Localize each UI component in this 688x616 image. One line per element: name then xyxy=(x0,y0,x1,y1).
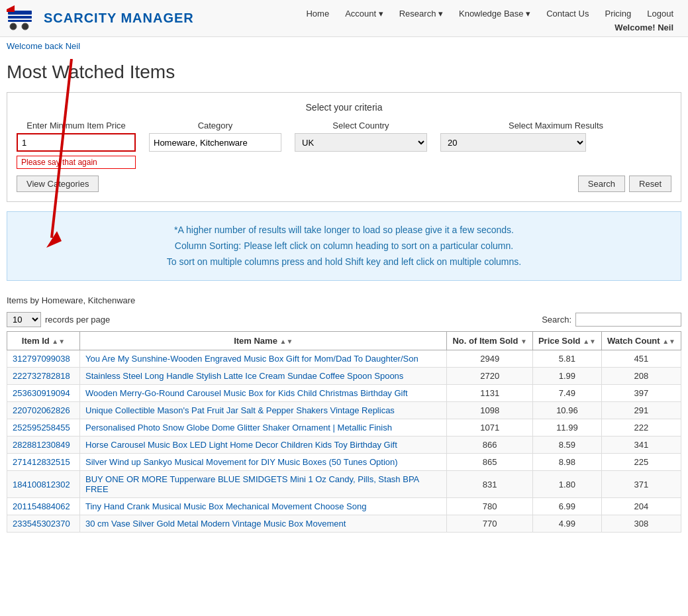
table-search-input[interactable] xyxy=(575,313,681,327)
country-label: Select Country xyxy=(295,121,427,130)
item-name-link[interactable]: Stainless Steel Long Handle Stylish Latt… xyxy=(85,371,403,381)
col-header-price[interactable]: Price Sold ▲▼ xyxy=(532,332,601,350)
item-id-link[interactable]: 222732782818 xyxy=(13,371,70,381)
item-name-link[interactable]: Horse Carousel Music Box LED Light Home … xyxy=(85,440,397,450)
cell-watch: 308 xyxy=(601,515,681,533)
nav-logout[interactable]: Logout xyxy=(639,5,681,23)
table-row: 233545302370 30 cm Vase Silver Gold Meta… xyxy=(7,515,681,533)
table-row: 253630919094 Wooden Merry-Go-Round Carou… xyxy=(7,385,681,402)
table-row: 271412832515 Silver Wind up Sankyo Music… xyxy=(7,454,681,471)
nav-knowledge-base[interactable]: Knowledge Base ▾ xyxy=(451,5,538,23)
table-row: 312797099038 You Are My Sunshine-Wooden … xyxy=(7,350,681,368)
item-id-link[interactable]: 252595258455 xyxy=(13,423,70,433)
category-field: Category xyxy=(149,121,281,152)
nav-account[interactable]: Account ▾ xyxy=(337,5,391,23)
cell-sold: 831 xyxy=(447,471,532,498)
cell-price: 4.99 xyxy=(532,515,601,533)
item-id-link[interactable]: 233545302370 xyxy=(13,519,70,529)
welcome-label: Welcome! xyxy=(614,23,655,32)
cell-item-id: 252595258455 xyxy=(7,419,80,436)
nav-welcome: Welcome! Neil xyxy=(614,23,681,32)
item-id-link[interactable]: 201154884062 xyxy=(13,501,70,511)
view-categories-area: View Categories xyxy=(17,176,99,192)
col-header-item-id[interactable]: Item Id ▲▼ xyxy=(7,332,80,350)
col-header-watch[interactable]: Watch Count ▲▼ xyxy=(601,332,681,350)
nav-links: Home Account ▾ Research ▾ Knowledge Base… xyxy=(298,5,681,23)
item-id-link[interactable]: 271412832515 xyxy=(13,457,70,467)
cell-price: 5.81 xyxy=(532,350,601,368)
top-navigation: SCARCITY MANAGER Home Account ▾ Research… xyxy=(0,0,688,37)
table-row: 222732782818 Stainless Steel Long Handle… xyxy=(7,368,681,385)
cell-watch: 208 xyxy=(601,368,681,385)
cell-item-id: 184100812302 xyxy=(7,471,80,498)
table-row: 184100812302 BUY ONE OR MORE Tupperware … xyxy=(7,471,681,498)
item-name-link[interactable]: Personalised Photo Snow Globe Dome Glitt… xyxy=(85,423,392,433)
item-name-link[interactable]: 30 cm Vase Silver Gold Metal Modern Vint… xyxy=(85,519,346,529)
item-name-link[interactable]: Silver Wind up Sankyo Musical Movement f… xyxy=(85,457,398,467)
info-line1: *A higher number of results will take lo… xyxy=(18,223,670,238)
logo-icon xyxy=(7,5,38,32)
cell-item-id: 220702062826 xyxy=(7,402,80,419)
item-id-link[interactable]: 253630919094 xyxy=(13,388,70,398)
items-label: Items by Homeware, Kitchenware xyxy=(0,290,688,308)
nav-pricing[interactable]: Pricing xyxy=(597,5,639,23)
col-header-sold[interactable]: No. of Item Sold ▼ xyxy=(447,332,532,350)
item-id-link[interactable]: 282881230849 xyxy=(13,440,70,450)
per-page-area: 10 25 50 100 records per page xyxy=(7,312,110,327)
table-body: 312797099038 You Are My Sunshine-Wooden … xyxy=(7,350,681,533)
criteria-buttons: View Categories Search Reset xyxy=(17,176,671,192)
cell-sold: 1071 xyxy=(447,419,532,436)
cell-price: 11.99 xyxy=(532,419,601,436)
col-header-item-name[interactable]: Item Name ▲▼ xyxy=(80,332,447,350)
sort-arrows-id: ▲▼ xyxy=(52,338,65,345)
nav-home[interactable]: Home xyxy=(298,5,337,23)
cell-price: 1.99 xyxy=(532,368,601,385)
table-wrapper: Item Id ▲▼ Item Name ▲▼ No. of Item Sold… xyxy=(7,331,681,533)
criteria-box: Select your criteria Enter Minimum Item … xyxy=(7,92,681,202)
nav-research[interactable]: Research ▾ xyxy=(391,5,451,23)
item-name-link[interactable]: Wooden Merry-Go-Round Carousel Music Box… xyxy=(85,388,408,398)
cell-item-name: Stainless Steel Long Handle Stylish Latt… xyxy=(80,368,447,385)
max-results-label: Select Maximum Results xyxy=(440,121,671,130)
cell-sold: 1098 xyxy=(447,402,532,419)
country-select[interactable]: UK US AU CA DE FR xyxy=(295,133,427,152)
welcome-back-link[interactable]: Welcome back Neil xyxy=(7,41,80,51)
item-name-link[interactable]: Unique Collectible Mason's Pat Fruit Jar… xyxy=(85,405,395,415)
min-price-input[interactable] xyxy=(17,133,136,152)
cell-watch: 204 xyxy=(601,498,681,515)
item-name-link[interactable]: You Are My Sunshine-Wooden Engraved Musi… xyxy=(85,354,418,364)
cell-watch: 451 xyxy=(601,350,681,368)
cell-watch: 225 xyxy=(601,454,681,471)
per-page-label: records per page xyxy=(45,315,110,325)
category-input[interactable] xyxy=(149,133,281,152)
view-categories-button[interactable]: View Categories xyxy=(17,176,99,192)
item-id-link[interactable]: 312797099038 xyxy=(13,354,70,364)
info-line2: Column Sorting: Please left click on col… xyxy=(18,238,670,254)
data-table: Item Id ▲▼ Item Name ▲▼ No. of Item Sold… xyxy=(7,331,681,533)
cell-sold: 780 xyxy=(447,498,532,515)
cell-price: 8.59 xyxy=(532,436,601,454)
cell-item-name: Silver Wind up Sankyo Musical Movement f… xyxy=(80,454,447,471)
item-name-link[interactable]: BUY ONE OR MORE Tupperware BLUE SMIDGETS… xyxy=(85,474,419,494)
min-price-field: Enter Minimum Item Price Please say that… xyxy=(17,121,136,169)
item-name-link[interactable]: Tiny Hand Crank Musical Music Box Mechan… xyxy=(85,501,366,511)
cell-item-name: You Are My Sunshine-Wooden Engraved Musi… xyxy=(80,350,447,368)
item-id-link[interactable]: 220702062826 xyxy=(13,405,70,415)
search-button[interactable]: Search xyxy=(578,176,625,192)
svg-marker-3 xyxy=(7,5,15,12)
table-row: 252595258455 Personalised Photo Snow Glo… xyxy=(7,419,681,436)
cell-item-name: Horse Carousel Music Box LED Light Home … xyxy=(80,436,447,454)
cell-sold: 865 xyxy=(447,454,532,471)
page-title: Most Watched Items xyxy=(0,55,688,92)
max-results-select[interactable]: 10 20 50 100 200 xyxy=(440,133,586,152)
cell-watch: 222 xyxy=(601,419,681,436)
cell-sold: 2949 xyxy=(447,350,532,368)
nav-contact[interactable]: Contact Us xyxy=(538,5,597,23)
item-id-link[interactable]: 184100812302 xyxy=(13,480,70,489)
welcome-username: Neil xyxy=(658,23,673,32)
info-section: *A higher number of results will take lo… xyxy=(0,211,688,281)
cell-item-name: Tiny Hand Crank Musical Music Box Mechan… xyxy=(80,498,447,515)
per-page-select[interactable]: 10 25 50 100 xyxy=(7,312,41,327)
logo-text: SCARCITY MANAGER xyxy=(44,11,194,26)
reset-button[interactable]: Reset xyxy=(629,176,671,192)
